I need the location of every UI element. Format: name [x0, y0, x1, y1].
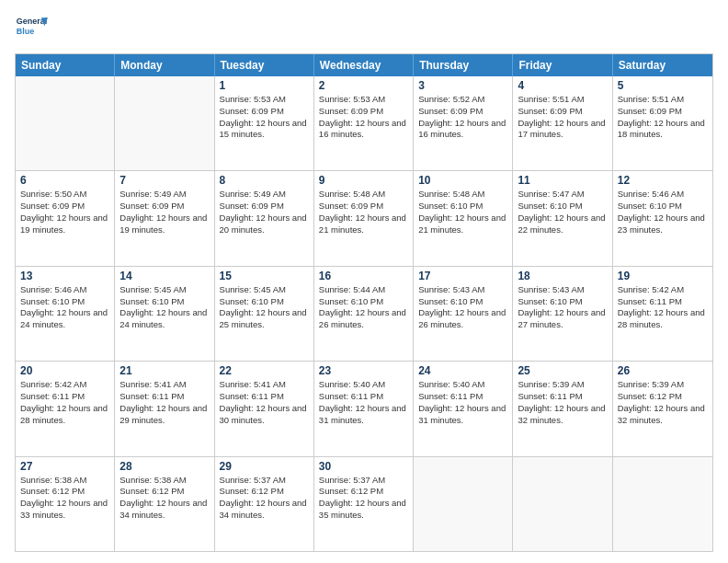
weekday-header-sunday: Sunday: [16, 54, 115, 76]
cell-info: Sunrise: 5:38 AMSunset: 6:12 PMDaylight:…: [20, 475, 109, 522]
calendar-cell: 24Sunrise: 5:40 AMSunset: 6:11 PMDayligh…: [414, 362, 513, 455]
cell-info: Sunrise: 5:42 AMSunset: 6:11 PMDaylight:…: [618, 284, 708, 331]
calendar-cell: 26Sunrise: 5:39 AMSunset: 6:12 PMDayligh…: [613, 362, 712, 455]
calendar-row-0: 1Sunrise: 5:53 AMSunset: 6:09 PMDaylight…: [16, 76, 712, 170]
weekday-header-thursday: Thursday: [414, 54, 513, 76]
cell-info: Sunrise: 5:51 AMSunset: 6:09 PMDaylight:…: [618, 94, 708, 141]
calendar-row-1: 6Sunrise: 5:50 AMSunset: 6:09 PMDaylight…: [16, 170, 712, 265]
cell-info: Sunrise: 5:48 AMSunset: 6:10 PMDaylight:…: [418, 189, 507, 236]
calendar-header: SundayMondayTuesdayWednesdayThursdayFrid…: [16, 54, 712, 76]
logo-icon: General Blue: [15, 11, 48, 44]
calendar-cell: 19Sunrise: 5:42 AMSunset: 6:11 PMDayligh…: [613, 267, 712, 361]
calendar-cell: 30Sunrise: 5:37 AMSunset: 6:12 PMDayligh…: [314, 457, 414, 551]
calendar-cell: 1Sunrise: 5:53 AMSunset: 6:09 PMDaylight…: [215, 76, 314, 170]
day-number: 15: [220, 270, 309, 282]
calendar-cell: [513, 457, 612, 551]
cell-info: Sunrise: 5:53 AMSunset: 6:09 PMDaylight:…: [220, 94, 309, 141]
cell-info: Sunrise: 5:46 AMSunset: 6:10 PMDaylight:…: [618, 189, 708, 236]
calendar-cell: 20Sunrise: 5:42 AMSunset: 6:11 PMDayligh…: [16, 362, 115, 455]
calendar-cell: [613, 457, 712, 551]
day-number: 24: [418, 364, 507, 377]
calendar-cell: 25Sunrise: 5:39 AMSunset: 6:11 PMDayligh…: [513, 362, 612, 455]
calendar-cell: 2Sunrise: 5:53 AMSunset: 6:09 PMDaylight…: [314, 76, 414, 170]
day-number: 18: [518, 270, 607, 282]
cell-info: Sunrise: 5:38 AMSunset: 6:12 PMDaylight:…: [119, 475, 209, 522]
svg-text:Blue: Blue: [17, 27, 35, 36]
cell-info: Sunrise: 5:40 AMSunset: 6:11 PMDaylight:…: [319, 379, 408, 426]
calendar-cell: 9Sunrise: 5:48 AMSunset: 6:09 PMDaylight…: [314, 171, 414, 265]
day-number: 8: [220, 174, 309, 187]
day-number: 6: [20, 174, 109, 187]
day-number: 2: [319, 79, 408, 92]
calendar-cell: 18Sunrise: 5:43 AMSunset: 6:10 PMDayligh…: [513, 267, 612, 361]
day-number: 16: [319, 270, 408, 282]
calendar-cell: 11Sunrise: 5:47 AMSunset: 6:10 PMDayligh…: [513, 171, 612, 265]
day-number: 12: [618, 174, 708, 187]
cell-info: Sunrise: 5:51 AMSunset: 6:09 PMDaylight:…: [518, 94, 607, 141]
cell-info: Sunrise: 5:37 AMSunset: 6:12 PMDaylight:…: [220, 475, 309, 522]
day-number: 5: [618, 79, 708, 92]
day-number: 25: [518, 364, 607, 377]
calendar-cell: 27Sunrise: 5:38 AMSunset: 6:12 PMDayligh…: [16, 457, 115, 551]
calendar-row-4: 27Sunrise: 5:38 AMSunset: 6:12 PMDayligh…: [16, 456, 712, 551]
cell-info: Sunrise: 5:46 AMSunset: 6:10 PMDaylight:…: [20, 284, 109, 331]
calendar-cell: 22Sunrise: 5:41 AMSunset: 6:11 PMDayligh…: [215, 362, 314, 455]
cell-info: Sunrise: 5:47 AMSunset: 6:10 PMDaylight:…: [518, 189, 607, 236]
page: General Blue SundayMondayTuesdayWednesda…: [0, 0, 728, 563]
day-number: 28: [119, 460, 209, 473]
cell-info: Sunrise: 5:49 AMSunset: 6:09 PMDaylight:…: [119, 189, 209, 236]
calendar-cell: 6Sunrise: 5:50 AMSunset: 6:09 PMDaylight…: [16, 171, 115, 265]
cell-info: Sunrise: 5:41 AMSunset: 6:11 PMDaylight:…: [220, 379, 309, 426]
day-number: 30: [319, 460, 408, 473]
weekday-header-wednesday: Wednesday: [314, 54, 414, 76]
day-number: 26: [618, 364, 708, 377]
calendar-cell: 29Sunrise: 5:37 AMSunset: 6:12 PMDayligh…: [215, 457, 314, 551]
day-number: 22: [220, 364, 309, 377]
weekday-header-friday: Friday: [513, 54, 612, 76]
calendar-cell: 23Sunrise: 5:40 AMSunset: 6:11 PMDayligh…: [314, 362, 414, 455]
day-number: 14: [119, 270, 209, 282]
calendar-cell: 15Sunrise: 5:45 AMSunset: 6:10 PMDayligh…: [215, 267, 314, 361]
calendar-cell: 10Sunrise: 5:48 AMSunset: 6:10 PMDayligh…: [414, 171, 513, 265]
cell-info: Sunrise: 5:49 AMSunset: 6:09 PMDaylight:…: [220, 189, 309, 236]
day-number: 27: [20, 460, 109, 473]
calendar-cell: [16, 76, 115, 170]
cell-info: Sunrise: 5:45 AMSunset: 6:10 PMDaylight:…: [119, 284, 209, 331]
day-number: 11: [518, 174, 607, 187]
day-number: 3: [418, 79, 507, 92]
cell-info: Sunrise: 5:42 AMSunset: 6:11 PMDaylight:…: [20, 379, 109, 426]
logo: General Blue: [15, 11, 48, 44]
calendar-cell: 21Sunrise: 5:41 AMSunset: 6:11 PMDayligh…: [115, 362, 214, 455]
calendar-cell: 14Sunrise: 5:45 AMSunset: 6:10 PMDayligh…: [115, 267, 214, 361]
calendar: SundayMondayTuesdayWednesdayThursdayFrid…: [15, 53, 713, 552]
cell-info: Sunrise: 5:53 AMSunset: 6:09 PMDaylight:…: [319, 94, 408, 141]
day-number: 21: [119, 364, 209, 377]
calendar-cell: 13Sunrise: 5:46 AMSunset: 6:10 PMDayligh…: [16, 267, 115, 361]
calendar-cell: 8Sunrise: 5:49 AMSunset: 6:09 PMDaylight…: [215, 171, 314, 265]
calendar-cell: 28Sunrise: 5:38 AMSunset: 6:12 PMDayligh…: [115, 457, 214, 551]
calendar-cell: 16Sunrise: 5:44 AMSunset: 6:10 PMDayligh…: [314, 267, 414, 361]
calendar-cell: 5Sunrise: 5:51 AMSunset: 6:09 PMDaylight…: [613, 76, 712, 170]
day-number: 17: [418, 270, 507, 282]
calendar-cell: 7Sunrise: 5:49 AMSunset: 6:09 PMDaylight…: [115, 171, 214, 265]
day-number: 23: [319, 364, 408, 377]
calendar-row-2: 13Sunrise: 5:46 AMSunset: 6:10 PMDayligh…: [16, 266, 712, 361]
calendar-cell: 3Sunrise: 5:52 AMSunset: 6:09 PMDaylight…: [414, 76, 513, 170]
day-number: 29: [220, 460, 309, 473]
header: General Blue: [15, 11, 713, 44]
calendar-cell: 4Sunrise: 5:51 AMSunset: 6:09 PMDaylight…: [513, 76, 612, 170]
cell-info: Sunrise: 5:40 AMSunset: 6:11 PMDaylight:…: [418, 379, 507, 426]
day-number: 4: [518, 79, 607, 92]
calendar-row-3: 20Sunrise: 5:42 AMSunset: 6:11 PMDayligh…: [16, 361, 712, 455]
day-number: 13: [20, 270, 109, 282]
cell-info: Sunrise: 5:41 AMSunset: 6:11 PMDaylight:…: [119, 379, 209, 426]
cell-info: Sunrise: 5:39 AMSunset: 6:12 PMDaylight:…: [618, 379, 708, 426]
day-number: 20: [20, 364, 109, 377]
cell-info: Sunrise: 5:48 AMSunset: 6:09 PMDaylight:…: [319, 189, 408, 236]
cell-info: Sunrise: 5:43 AMSunset: 6:10 PMDaylight:…: [418, 284, 507, 331]
cell-info: Sunrise: 5:44 AMSunset: 6:10 PMDaylight:…: [319, 284, 408, 331]
cell-info: Sunrise: 5:43 AMSunset: 6:10 PMDaylight:…: [518, 284, 607, 331]
day-number: 1: [220, 79, 309, 92]
cell-info: Sunrise: 5:45 AMSunset: 6:10 PMDaylight:…: [220, 284, 309, 331]
cell-info: Sunrise: 5:52 AMSunset: 6:09 PMDaylight:…: [418, 94, 507, 141]
